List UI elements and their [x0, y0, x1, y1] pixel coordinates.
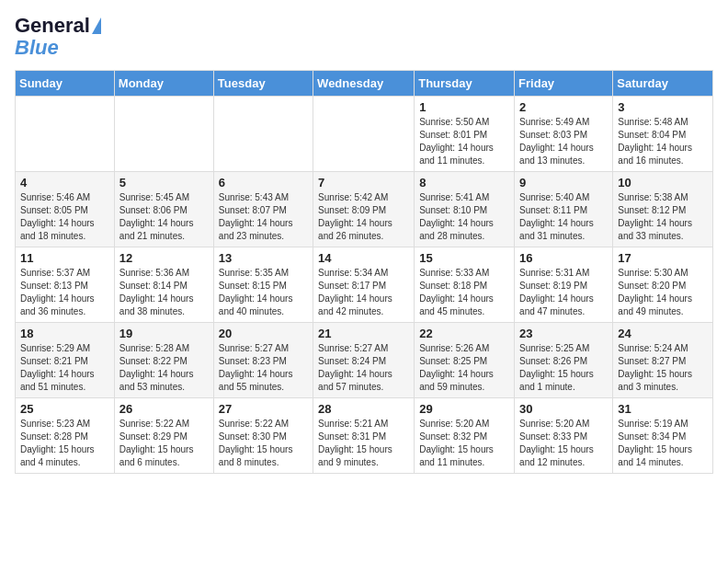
day-number: 7: [318, 176, 409, 190]
day-number: 3: [618, 100, 708, 114]
day-number: 5: [119, 176, 209, 190]
calendar-table: SundayMondayTuesdayWednesdayThursdayFrid…: [15, 70, 713, 474]
calendar-cell: 17Sunrise: 5:30 AMSunset: 8:20 PMDayligh…: [613, 247, 713, 323]
calendar-cell: [114, 97, 213, 172]
calendar-cell: [213, 97, 313, 172]
day-number: 23: [519, 327, 608, 340]
calendar-cell: 19Sunrise: 5:28 AMSunset: 8:22 PMDayligh…: [114, 323, 213, 398]
calendar-cell: [16, 97, 115, 172]
day-info: Sunrise: 5:33 AMSunset: 8:18 PMDaylight:…: [419, 267, 509, 318]
day-number: 10: [618, 176, 708, 190]
calendar-cell: 5Sunrise: 5:45 AMSunset: 8:06 PMDaylight…: [114, 172, 213, 247]
day-info: Sunrise: 5:21 AMSunset: 8:31 PMDaylight:…: [318, 418, 409, 469]
day-number: 12: [119, 251, 209, 265]
day-number: 15: [419, 251, 509, 265]
calendar-week-1: 1Sunrise: 5:50 AMSunset: 8:01 PMDaylight…: [16, 97, 713, 172]
day-number: 1: [419, 100, 509, 114]
calendar-cell: 13Sunrise: 5:35 AMSunset: 8:15 PMDayligh…: [213, 247, 313, 323]
day-info: Sunrise: 5:34 AMSunset: 8:17 PMDaylight:…: [318, 267, 409, 318]
calendar-week-4: 18Sunrise: 5:29 AMSunset: 8:21 PMDayligh…: [16, 323, 713, 398]
logo-triangle-icon: [92, 17, 101, 34]
day-number: 26: [119, 402, 209, 416]
day-number: 20: [219, 327, 308, 340]
day-number: 8: [419, 176, 509, 190]
day-number: 19: [119, 327, 209, 340]
logo-text-blue: Blue: [15, 37, 59, 59]
page-header: General Blue: [15, 15, 713, 59]
day-info: Sunrise: 5:29 AMSunset: 8:21 PMDaylight:…: [20, 342, 109, 394]
calendar-cell: 7Sunrise: 5:42 AMSunset: 8:09 PMDaylight…: [313, 172, 415, 247]
day-info: Sunrise: 5:37 AMSunset: 8:13 PMDaylight:…: [20, 267, 109, 318]
day-number: 31: [618, 402, 708, 416]
day-info: Sunrise: 5:31 AMSunset: 8:19 PMDaylight:…: [519, 267, 608, 318]
day-number: 18: [20, 327, 109, 340]
calendar-cell: 31Sunrise: 5:19 AMSunset: 8:34 PMDayligh…: [613, 398, 713, 474]
day-info: Sunrise: 5:46 AMSunset: 8:05 PMDaylight:…: [20, 191, 109, 243]
day-info: Sunrise: 5:22 AMSunset: 8:30 PMDaylight:…: [219, 418, 308, 469]
day-info: Sunrise: 5:43 AMSunset: 8:07 PMDaylight:…: [219, 191, 308, 243]
day-info: Sunrise: 5:27 AMSunset: 8:23 PMDaylight:…: [219, 342, 308, 394]
calendar-cell: 21Sunrise: 5:27 AMSunset: 8:24 PMDayligh…: [313, 323, 415, 398]
calendar-cell: 4Sunrise: 5:46 AMSunset: 8:05 PMDaylight…: [16, 172, 115, 247]
calendar-cell: 3Sunrise: 5:48 AMSunset: 8:04 PMDaylight…: [613, 97, 713, 172]
calendar-cell: 22Sunrise: 5:26 AMSunset: 8:25 PMDayligh…: [415, 323, 515, 398]
calendar-cell: 29Sunrise: 5:20 AMSunset: 8:32 PMDayligh…: [415, 398, 515, 474]
calendar-cell: 26Sunrise: 5:22 AMSunset: 8:29 PMDayligh…: [114, 398, 213, 474]
day-info: Sunrise: 5:26 AMSunset: 8:25 PMDaylight:…: [419, 342, 509, 394]
day-number: 9: [519, 176, 608, 190]
day-number: 14: [318, 251, 409, 265]
day-info: Sunrise: 5:49 AMSunset: 8:03 PMDaylight:…: [519, 116, 608, 167]
day-number: 4: [20, 176, 109, 190]
calendar-cell: 6Sunrise: 5:43 AMSunset: 8:07 PMDaylight…: [213, 172, 313, 247]
calendar-cell: 16Sunrise: 5:31 AMSunset: 8:19 PMDayligh…: [515, 247, 613, 323]
calendar-cell: 15Sunrise: 5:33 AMSunset: 8:18 PMDayligh…: [415, 247, 515, 323]
day-info: Sunrise: 5:50 AMSunset: 8:01 PMDaylight:…: [419, 116, 509, 167]
calendar-cell: 24Sunrise: 5:24 AMSunset: 8:27 PMDayligh…: [613, 323, 713, 398]
calendar-week-3: 11Sunrise: 5:37 AMSunset: 8:13 PMDayligh…: [16, 247, 713, 323]
day-number: 29: [419, 402, 509, 416]
day-info: Sunrise: 5:40 AMSunset: 8:11 PMDaylight:…: [519, 191, 608, 243]
day-info: Sunrise: 5:45 AMSunset: 8:06 PMDaylight:…: [119, 191, 209, 243]
day-number: 17: [618, 251, 708, 265]
logo: General Blue: [15, 15, 101, 59]
day-number: 24: [618, 327, 708, 340]
calendar-cell: 10Sunrise: 5:38 AMSunset: 8:12 PMDayligh…: [613, 172, 713, 247]
day-number: 25: [20, 402, 109, 416]
calendar-week-2: 4Sunrise: 5:46 AMSunset: 8:05 PMDaylight…: [16, 172, 713, 247]
day-info: Sunrise: 5:20 AMSunset: 8:33 PMDaylight:…: [519, 418, 608, 469]
calendar-cell: 25Sunrise: 5:23 AMSunset: 8:28 PMDayligh…: [16, 398, 115, 474]
calendar-cell: 30Sunrise: 5:20 AMSunset: 8:33 PMDayligh…: [515, 398, 613, 474]
day-number: 28: [318, 402, 409, 416]
weekday-header-tuesday: Tuesday: [213, 71, 313, 97]
day-info: Sunrise: 5:20 AMSunset: 8:32 PMDaylight:…: [419, 418, 509, 469]
calendar-cell: 8Sunrise: 5:41 AMSunset: 8:10 PMDaylight…: [415, 172, 515, 247]
day-info: Sunrise: 5:41 AMSunset: 8:10 PMDaylight:…: [419, 191, 509, 243]
day-info: Sunrise: 5:23 AMSunset: 8:28 PMDaylight:…: [20, 418, 109, 469]
weekday-header-thursday: Thursday: [415, 71, 515, 97]
calendar-cell: 9Sunrise: 5:40 AMSunset: 8:11 PMDaylight…: [515, 172, 613, 247]
calendar-cell: 2Sunrise: 5:49 AMSunset: 8:03 PMDaylight…: [515, 97, 613, 172]
day-number: 27: [219, 402, 308, 416]
day-number: 16: [519, 251, 608, 265]
day-info: Sunrise: 5:36 AMSunset: 8:14 PMDaylight:…: [119, 267, 209, 318]
calendar-cell: 11Sunrise: 5:37 AMSunset: 8:13 PMDayligh…: [16, 247, 115, 323]
calendar-cell: 14Sunrise: 5:34 AMSunset: 8:17 PMDayligh…: [313, 247, 415, 323]
calendar-week-5: 25Sunrise: 5:23 AMSunset: 8:28 PMDayligh…: [16, 398, 713, 474]
day-number: 30: [519, 402, 608, 416]
calendar-cell: 20Sunrise: 5:27 AMSunset: 8:23 PMDayligh…: [213, 323, 313, 398]
day-number: 13: [219, 251, 308, 265]
day-number: 11: [20, 251, 109, 265]
weekday-header-monday: Monday: [114, 71, 213, 97]
calendar-cell: 23Sunrise: 5:25 AMSunset: 8:26 PMDayligh…: [515, 323, 613, 398]
day-info: Sunrise: 5:24 AMSunset: 8:27 PMDaylight:…: [618, 342, 708, 394]
calendar-cell: 27Sunrise: 5:22 AMSunset: 8:30 PMDayligh…: [213, 398, 313, 474]
day-info: Sunrise: 5:30 AMSunset: 8:20 PMDaylight:…: [618, 267, 708, 318]
day-info: Sunrise: 5:42 AMSunset: 8:09 PMDaylight:…: [318, 191, 409, 243]
day-info: Sunrise: 5:48 AMSunset: 8:04 PMDaylight:…: [618, 116, 708, 167]
day-number: 6: [219, 176, 308, 190]
logo-text-general: General: [15, 15, 90, 37]
day-number: 2: [519, 100, 608, 114]
weekday-header-sunday: Sunday: [16, 71, 115, 97]
calendar-cell: 12Sunrise: 5:36 AMSunset: 8:14 PMDayligh…: [114, 247, 213, 323]
day-info: Sunrise: 5:35 AMSunset: 8:15 PMDaylight:…: [219, 267, 308, 318]
